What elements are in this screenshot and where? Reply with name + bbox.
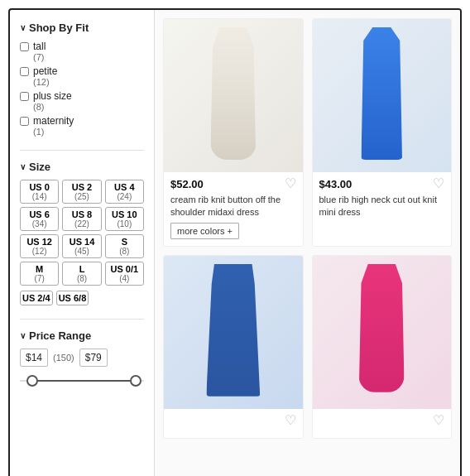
size-btn-us14[interactable]: US 14 (45) [62, 234, 101, 258]
size-btn-us12[interactable]: US 12 (12) [20, 234, 59, 258]
size-btn-us0[interactable]: US 0 (14) [20, 180, 59, 204]
fit-filter-maternity[interactable]: maternity (1) [20, 115, 144, 137]
product-image-2 [313, 19, 452, 172]
fit-section-title: ∨ Shop By Fit [20, 22, 144, 34]
product-card-2: $43.00 ♡ blue rib high neck cut out knit… [312, 18, 453, 247]
main-container: ∨ Shop By Fit tall (7) petite (12) [8, 8, 462, 476]
fit-petite-label: petite [33, 65, 57, 77]
divider-2 [20, 319, 144, 320]
divider-1 [20, 150, 144, 151]
fit-chevron-icon: ∨ [20, 23, 26, 32]
product-name-1: cream rib knit button off the shoulder m… [170, 194, 296, 219]
size-btn-us68[interactable]: US 6/8 [56, 291, 89, 305]
range-thumb-left[interactable] [26, 375, 38, 387]
size-btn-us24[interactable]: US 2/4 [20, 291, 53, 305]
product-price-row-3: ♡ [170, 414, 296, 427]
product-info-2: $43.00 ♡ blue rib high neck cut out knit… [313, 172, 452, 229]
price-count: (150) [53, 353, 74, 363]
product-price-row-1: $52.00 ♡ [170, 177, 296, 190]
size-btn-us01[interactable]: US 0/1 (4) [105, 262, 144, 286]
fit-tall-checkbox[interactable] [20, 42, 29, 51]
fit-plus-count: (8) [33, 102, 72, 112]
sidebar: ∨ Shop By Fit tall (7) petite (12) [10, 10, 155, 476]
wishlist-icon-4[interactable]: ♡ [433, 414, 444, 427]
wishlist-icon-2[interactable]: ♡ [433, 177, 444, 190]
price-max-value: $79 [79, 349, 108, 367]
product-price-row-4: ♡ [319, 414, 445, 427]
size-btn-us6[interactable]: US 6 (34) [20, 207, 59, 231]
fit-filter-plus-size[interactable]: plus size (8) [20, 90, 144, 112]
fit-petite-checkbox[interactable] [20, 67, 29, 76]
price-filter-section: ∨ Price Range $14 (150) $79 [20, 329, 144, 388]
product-info-4: ♡ [313, 409, 452, 438]
size-title-label: Size [29, 161, 50, 173]
wishlist-icon-1[interactable]: ♡ [285, 177, 296, 190]
range-thumb-right[interactable] [130, 375, 141, 387]
fit-maternity-count: (1) [33, 127, 74, 137]
product-image-4 [313, 256, 452, 409]
size-btn-l[interactable]: L (8) [62, 262, 101, 286]
fit-title-label: Shop By Fit [29, 22, 89, 34]
price-section-title: ∨ Price Range [20, 329, 144, 342]
product-info-1: $52.00 ♡ cream rib knit button off the s… [164, 172, 303, 246]
wishlist-icon-3[interactable]: ♡ [285, 414, 296, 427]
price-range-row: $14 (150) $79 [20, 349, 144, 367]
more-colors-button-1[interactable]: more colors + [170, 223, 239, 239]
size-btn-us10[interactable]: US 10 (10) [105, 207, 144, 231]
range-fill [30, 380, 138, 382]
fit-maternity-checkbox[interactable] [20, 117, 29, 126]
fit-filter-tall[interactable]: tall (7) [20, 41, 144, 62]
fit-plus-label: plus size [33, 90, 72, 102]
size-filter-section: ∨ Size US 0 (14) US 2 (25) US 4 (24) US … [20, 161, 144, 305]
size-grid-2: US 2/4 US 6/8 [20, 291, 144, 305]
product-area: $52.00 ♡ cream rib knit button off the s… [155, 10, 460, 476]
size-btn-m[interactable]: M (7) [20, 262, 59, 286]
size-btn-us4[interactable]: US 4 (24) [105, 180, 144, 204]
price-range-slider[interactable] [20, 373, 144, 388]
fit-filter-section: ∨ Shop By Fit tall (7) petite (12) [20, 22, 144, 137]
product-price-1: $52.00 [170, 178, 204, 190]
fit-filter-petite[interactable]: petite (12) [20, 65, 144, 87]
product-price-row-2: $43.00 ♡ [319, 177, 445, 190]
size-btn-us2[interactable]: US 2 (25) [62, 180, 101, 204]
product-price-2: $43.00 [319, 178, 352, 190]
product-image-3 [164, 256, 303, 409]
fit-tall-label: tall [33, 41, 46, 52]
fit-petite-count: (12) [33, 77, 57, 87]
product-image-1 [164, 19, 303, 172]
product-name-2: blue rib high neck cut out knit mini dre… [319, 194, 445, 219]
price-min-value: $14 [20, 349, 48, 367]
fit-maternity-label: maternity [33, 115, 74, 127]
size-chevron-icon: ∨ [20, 162, 26, 171]
fit-plus-checkbox[interactable] [20, 92, 29, 101]
product-card-1: $52.00 ♡ cream rib knit button off the s… [163, 18, 304, 247]
product-card-3: ♡ [163, 255, 304, 439]
fit-tall-count: (7) [33, 52, 46, 62]
price-title-label: Price Range [29, 329, 91, 342]
size-grid: US 0 (14) US 2 (25) US 4 (24) US 6 (34) … [20, 180, 144, 286]
size-btn-s[interactable]: S (8) [105, 234, 144, 258]
size-section-title: ∨ Size [20, 161, 144, 173]
product-info-3: ♡ [164, 409, 303, 438]
product-grid: $52.00 ♡ cream rib knit button off the s… [163, 18, 452, 439]
size-btn-us8[interactable]: US 8 (22) [62, 207, 101, 231]
product-card-4: ♡ [312, 255, 453, 439]
price-chevron-icon: ∨ [20, 331, 26, 340]
